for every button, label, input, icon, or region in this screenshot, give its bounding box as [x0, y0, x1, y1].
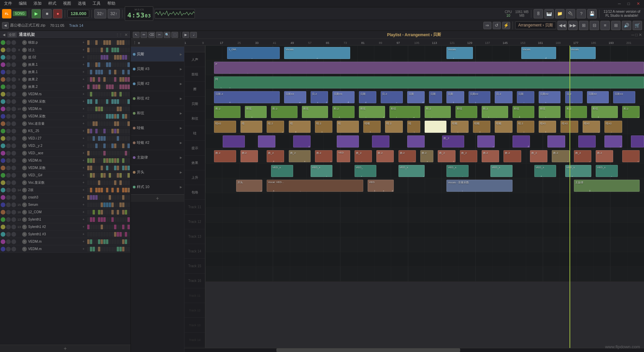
ch-add-btn[interactable]: +	[83, 195, 87, 199]
ch-solo-btn[interactable]	[6, 121, 11, 126]
clip[interactable]: 和弦	[359, 106, 385, 118]
clip[interactable]: 效.2	[376, 150, 394, 162]
ch-solo-btn[interactable]	[6, 40, 11, 45]
clip[interactable]	[578, 135, 596, 148]
ch-mute-btn[interactable]	[11, 62, 16, 67]
clip[interactable]: 效.2	[315, 150, 332, 162]
ch-add-btn[interactable]: +	[83, 107, 87, 111]
clip[interactable]	[407, 135, 425, 148]
clip[interactable]: 效.2	[420, 150, 433, 162]
save-btn[interactable]: 💾	[587, 9, 597, 18]
clip[interactable]: VED_s	[565, 165, 591, 177]
menu-edit[interactable]: 编辑	[17, 0, 28, 7]
channel-row[interactable]: ✎ KS_.25 +	[0, 127, 130, 135]
ch-power-btn[interactable]	[1, 225, 5, 229]
window-close[interactable]: ✕	[635, 1, 641, 7]
clip[interactable]: VED	[368, 180, 394, 192]
clip[interactable]: 贝.2	[311, 91, 328, 103]
nav-btn-3[interactable]: ⊞	[579, 21, 588, 30]
ch-add-btn[interactable]: +	[83, 144, 87, 148]
clip[interactable]: VED	[337, 150, 350, 162]
clip[interactable]: Vocals	[521, 47, 556, 59]
ch-power-btn[interactable]	[1, 48, 5, 52]
clip[interactable]	[258, 135, 275, 148]
channel-selector[interactable]: Arrangement › 贝斯	[515, 21, 556, 29]
ch-add-btn[interactable]: +	[83, 151, 87, 155]
ch-solo-btn[interactable]	[6, 70, 11, 74]
clip[interactable]: 哇.2	[517, 121, 534, 133]
channel-row[interactable]: ✎ 提.02 +	[0, 54, 130, 61]
help-btn[interactable]: ?	[577, 9, 586, 18]
ch-add-btn[interactable]: +	[83, 166, 87, 170]
ch-add-btn[interactable]: +	[83, 48, 87, 52]
nav-btn-8[interactable]: 🛒	[633, 21, 642, 30]
clip[interactable]: 效.2	[240, 150, 258, 162]
nav-btn-5[interactable]: ≡	[600, 21, 610, 30]
clip[interactable]: 效_2	[355, 150, 372, 162]
clip[interactable]: 主旋律	[574, 180, 640, 192]
channel-row[interactable]: 9 ✎ 效果.2 +	[0, 76, 130, 83]
pl-tool-draw[interactable]: ✏	[141, 32, 147, 38]
pl-tool-select[interactable]: ⬚	[171, 32, 178, 38]
ch-solo-btn[interactable]	[6, 151, 11, 156]
ch-add-btn[interactable]: +	[83, 114, 87, 118]
clip[interactable]	[622, 150, 640, 162]
channel-row[interactable]: 8 ✎ 过上 +	[0, 46, 130, 54]
clip[interactable]: 贝.2	[495, 91, 512, 103]
ch-solo-btn[interactable]	[6, 55, 11, 60]
record-btn[interactable]: ●	[53, 9, 62, 18]
clip[interactable]: 哇	[240, 121, 262, 133]
clip[interactable]	[513, 135, 530, 148]
clip[interactable]: 哇.2	[315, 121, 332, 133]
ch-instrument-btn[interactable]: ✎	[22, 210, 27, 215]
ch-instrument-btn[interactable]: ✎	[22, 180, 27, 185]
ch-power-btn[interactable]	[1, 99, 5, 104]
channel-row[interactable]: ✎ 效果.1 +	[0, 61, 130, 68]
ch-rack-menu[interactable]: ⋮⋮	[116, 33, 122, 37]
ch-mute-btn[interactable]	[11, 195, 16, 200]
clip[interactable]: 和弦	[302, 106, 328, 118]
ch-power-btn[interactable]	[1, 70, 5, 74]
clip[interactable]: Vocals	[570, 47, 596, 59]
clip[interactable]: 贝斯#2	[587, 91, 609, 103]
ch-power-btn[interactable]	[1, 121, 5, 126]
pattern-item[interactable]: 和弦 ▶	[131, 106, 184, 121]
ch-instrument-btn[interactable]: ✎	[22, 173, 27, 178]
channel-row[interactable]: ✎ Sylenth1 #3 +	[0, 231, 130, 238]
ch-power-btn[interactable]	[1, 107, 5, 111]
nav-btn-4[interactable]: ⊟	[590, 21, 599, 30]
ch-instrument-btn[interactable]: ✎	[22, 48, 27, 52]
ch-instrument-btn[interactable]: ✎	[22, 195, 27, 200]
ch-power-btn[interactable]	[1, 92, 5, 97]
menu-style[interactable]: 样式	[47, 0, 58, 7]
clip[interactable]	[604, 135, 622, 148]
ch-solo-btn[interactable]	[6, 195, 11, 200]
clip[interactable]: 贝斯.2	[214, 91, 280, 103]
channel-row[interactable]: ✎ 效果.1 +	[0, 68, 130, 76]
ch-power-btn[interactable]	[1, 210, 5, 215]
clip[interactable]: 效_2	[267, 150, 284, 162]
ch-mute-btn[interactable]	[11, 232, 16, 237]
plugins-btn[interactable]: 🔌	[566, 9, 575, 18]
clip[interactable]: 哇.2	[385, 121, 402, 133]
ch-power-btn[interactable]	[1, 114, 5, 119]
ch-mute-btn[interactable]	[11, 48, 16, 52]
clip[interactable]: 哇银	[473, 121, 490, 133]
ch-solo-btn[interactable]	[6, 158, 11, 163]
clip[interactable]: 和.2	[482, 106, 508, 118]
ch-instrument-btn[interactable]: ✎	[22, 217, 27, 222]
menu-file[interactable]: 文件	[3, 0, 13, 7]
clip[interactable]: 效.2	[398, 150, 416, 162]
pl-maximize[interactable]: □	[635, 33, 638, 37]
ch-solo-btn[interactable]	[6, 129, 11, 133]
channel-row[interactable]: 16 ✎ 12_COM +	[0, 209, 130, 216]
pl-tool-cursor[interactable]: ↖	[133, 32, 140, 38]
channel-row[interactable]: ✎ VED._G# +	[0, 172, 130, 179]
clip[interactable]	[477, 135, 495, 148]
clip[interactable]: Vocals	[446, 47, 473, 59]
clip[interactable]	[337, 135, 359, 148]
ch-rack-close[interactable]: ✕	[124, 33, 128, 37]
ch-add-btn[interactable]: +	[83, 210, 87, 214]
ch-mute-btn[interactable]	[11, 158, 16, 163]
clip[interactable]: 阿	[214, 76, 644, 89]
